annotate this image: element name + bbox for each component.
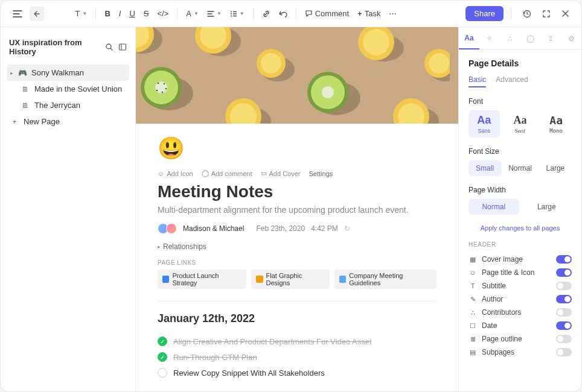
page-icon: 🎮 [18, 69, 27, 77]
text-style-dropdown[interactable]: T ▼ [72, 7, 91, 21]
toggle-row: ☺Page title & Icon [468, 266, 572, 279]
menu-icon[interactable] [9, 7, 26, 21]
more-button[interactable]: ⋯ [385, 7, 400, 21]
underline-button[interactable]: U [126, 7, 138, 21]
italic-button[interactable]: I [115, 7, 125, 21]
expand-icon[interactable] [539, 7, 554, 21]
apply-all-link[interactable]: Apply changes to all pages [468, 224, 572, 232]
bold-button[interactable]: B [101, 7, 114, 21]
tab-ai-icon[interactable]: ✧ [479, 27, 500, 49]
author-row: Madison & Michael Feb 23th, 2020 4:42 PM… [158, 223, 436, 234]
workspace-title: UX inspiration from History [9, 38, 105, 56]
svg-point-21 [156, 90, 158, 91]
add-cover-button[interactable]: ▭ Add Cover [261, 169, 301, 177]
page-link-chip[interactable]: Flat Graphic Designs [251, 270, 330, 289]
author-names: Madison & Michael [183, 224, 244, 233]
toggle-icon: T [468, 282, 477, 290]
history-icon[interactable] [519, 7, 535, 21]
font-option[interactable]: AaSans [468, 110, 500, 138]
comment-button[interactable]: Comment [301, 7, 353, 21]
top-toolbar: T ▼ B I U S </> A ▼ ▼ ▼ Comment +Task ⋯ … [1, 1, 581, 27]
relationships-toggle[interactable]: ▸Relationships [158, 242, 436, 251]
close-button[interactable] [558, 7, 573, 20]
toggle-switch[interactable] [556, 268, 572, 277]
task-checkbox[interactable] [158, 368, 167, 378]
page-width-option[interactable]: Normal [468, 199, 519, 215]
svg-rect-5 [120, 44, 126, 50]
toggle-label: Subpages [482, 348, 514, 356]
sidebar-item[interactable]: 🗎Made in the Soviet Union [7, 81, 129, 97]
font-size-option[interactable]: Normal [504, 160, 537, 176]
toggle-label: Author [482, 295, 503, 303]
svg-point-40 [429, 53, 449, 74]
task-checkbox[interactable]: ✓ [158, 337, 167, 346]
page-width-option[interactable]: Large [522, 199, 572, 215]
tab-people-icon[interactable]: ⛬ [500, 27, 520, 49]
add-icon-button[interactable]: ☺ Add Icon [158, 170, 193, 177]
undo-button[interactable] [275, 7, 291, 21]
chip-label: Flat Graphic Designs [266, 272, 325, 286]
toggle-icon: ▦ [468, 255, 477, 264]
tab-export-icon[interactable]: ⇪ [540, 27, 561, 49]
color-dropdown[interactable]: A ▼ [182, 7, 202, 21]
svg-point-16 [155, 81, 167, 93]
font-size-option[interactable]: Small [468, 160, 501, 176]
toggle-row: ☐Date [468, 319, 572, 332]
font-label: Font [468, 97, 572, 106]
new-page-button[interactable]: + New Page [7, 113, 129, 130]
strikethrough-button[interactable]: S [140, 7, 153, 21]
toggle-switch[interactable] [556, 335, 572, 343]
section-heading[interactable]: January 12th, 2022 [158, 312, 436, 325]
page-link-chip[interactable]: Product Launch Strategy [158, 270, 246, 289]
page-settings-button[interactable]: Settings [309, 170, 333, 177]
add-comment-button[interactable]: ◯ Add comment [202, 169, 252, 177]
search-icon[interactable] [105, 43, 114, 51]
toggle-switch[interactable] [556, 295, 572, 303]
font-option[interactable]: AaSerif [505, 110, 536, 138]
toggle-label: Page title & Icon [482, 268, 534, 277]
toggle-switch[interactable] [556, 348, 572, 356]
caret-icon[interactable]: ▸ [10, 70, 13, 76]
toggle-switch[interactable] [556, 255, 572, 264]
task-label[interactable]: Review Copy Snippet With All Stakeholder… [173, 368, 325, 378]
chip-color-icon [256, 276, 263, 283]
link-button[interactable] [258, 7, 274, 21]
page-time: 4:42 PM [311, 224, 338, 233]
page-subtitle[interactable]: Multi-department alignment for the upcom… [158, 205, 436, 215]
divider [158, 301, 436, 302]
toggle-label: Contributors [482, 308, 521, 317]
toggle-switch[interactable] [556, 308, 572, 317]
page-title[interactable]: Meeting Notes [158, 182, 436, 201]
toggle-row: ≣Page outline [468, 332, 572, 346]
plus-icon: + [10, 118, 19, 126]
font-option[interactable]: AaMono [540, 110, 572, 138]
tab-comments-icon[interactable]: ◯ [520, 27, 540, 49]
collapse-sidebar-icon[interactable] [118, 43, 127, 51]
tab-typography[interactable]: Aa [459, 27, 479, 49]
task-label[interactable]: Run-Through GTM Plan [173, 353, 257, 362]
right-panel-tabs: Aa ✧ ⛬ ◯ ⇪ ⚙ [459, 27, 581, 50]
font-size-option[interactable]: Large [539, 160, 572, 176]
tab-settings-icon[interactable]: ⚙ [561, 27, 581, 49]
task-label[interactable]: Align Creative And Product Departments F… [173, 337, 372, 346]
date-sync-icon[interactable]: ↻ [344, 224, 350, 233]
code-button[interactable]: </> [154, 7, 173, 21]
cover-image[interactable] [136, 27, 458, 124]
sidebar-item[interactable]: ▸🎮Sony Walkman [7, 65, 129, 81]
align-dropdown[interactable]: ▼ [203, 8, 225, 19]
sidebar-item[interactable]: 🗎The Jerrycan [7, 97, 129, 113]
subtab-advanced[interactable]: Advanced [496, 75, 528, 87]
list-dropdown[interactable]: ▼ [226, 8, 248, 19]
task-button[interactable]: +Task [354, 7, 384, 21]
task-checkbox[interactable]: ✓ [158, 352, 167, 362]
page-emoji[interactable]: 😃 [158, 136, 436, 161]
font-size-label: Font Size [468, 147, 572, 156]
share-button[interactable]: Share [465, 6, 504, 21]
chip-color-icon [162, 276, 169, 283]
page-link-chip[interactable]: Company Meeting Guidelines [334, 270, 436, 289]
back-button[interactable] [30, 7, 44, 21]
toggle-icon: ☺ [468, 268, 477, 277]
toggle-switch[interactable] [556, 321, 572, 330]
toggle-switch[interactable] [556, 282, 572, 290]
subtab-basic[interactable]: Basic [468, 75, 486, 87]
